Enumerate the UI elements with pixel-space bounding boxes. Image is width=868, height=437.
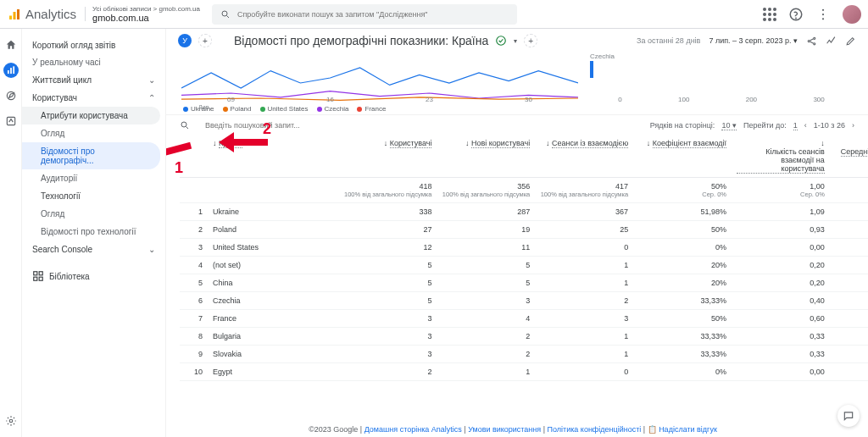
- data-table: ↓ Країна ▾↓ Користувачі↓ Нові користувач…: [166, 136, 868, 437]
- svg-point-15: [9, 419, 13, 423]
- page-title: Відомості про демографічні показники: Кр…: [234, 34, 488, 47]
- brand-label: Analytics: [25, 7, 86, 21]
- analytics-logo-icon: [7, 7, 22, 22]
- user-chip[interactable]: У: [178, 34, 192, 47]
- kebab-icon[interactable]: [815, 7, 831, 22]
- chevron-down-icon: ⌄: [148, 245, 155, 254]
- sidebar-item-user[interactable]: Користувач⌃: [22, 89, 165, 107]
- table-row[interactable]: 4(not set)55120%0,201 хв 02 с: [180, 257, 868, 274]
- svg-rect-17: [39, 272, 42, 275]
- table-row[interactable]: 2Poland27192550%0,932 хв 06 с: [180, 221, 868, 239]
- svg-point-7: [822, 8, 824, 10]
- next-page-button[interactable]: ›: [852, 121, 854, 130]
- insights-icon[interactable]: [826, 36, 837, 47]
- svg-rect-10: [7, 70, 8, 74]
- table-row[interactable]: 5China55120%0,200 хв 00 с: [180, 274, 868, 292]
- table-row[interactable]: 8Bulgaria32133,33%0,330 хв 10 с: [180, 328, 868, 346]
- search-icon: [180, 120, 190, 130]
- svg-point-23: [814, 42, 815, 44]
- svg-point-8: [822, 13, 824, 14]
- sidebar-item-demographics[interactable]: Відомості про демографіч...: [22, 142, 160, 169]
- apps-icon[interactable]: [763, 8, 776, 21]
- share-icon[interactable]: [806, 36, 817, 47]
- line-chart: 09162330 Лип.: [181, 53, 578, 103]
- add-comparison-button[interactable]: +: [198, 34, 212, 47]
- sidebar-item-lifecycle[interactable]: Життєвий цикл⌄: [22, 71, 165, 89]
- search-icon: [220, 9, 231, 19]
- goto-page-input[interactable]: 1: [793, 121, 798, 130]
- rail-reports-icon[interactable]: [3, 63, 19, 78]
- svg-rect-1: [14, 12, 16, 19]
- sidebar-item-tech-overview[interactable]: Огляд: [22, 205, 165, 223]
- sidebar-item-search-console[interactable]: Search Console⌄: [22, 241, 165, 258]
- table-row[interactable]: 1Ukraine33828736751,98%1,092 хв 04 с: [180, 203, 868, 221]
- sidebar-item-tech-details[interactable]: Відомості про технології: [22, 223, 165, 241]
- table-row[interactable]: 9Slovakia32133,33%0,331 хв 10 с: [180, 346, 868, 363]
- bar-chart: Czechia 0100200300: [590, 53, 853, 103]
- date-range-picker[interactable]: 7 лип. – 3 серп. 2023 р. ▾: [709, 36, 798, 45]
- customize-button[interactable]: +: [524, 34, 537, 47]
- annotation-2: 2: [263, 120, 271, 138]
- prev-page-button[interactable]: ‹: [804, 121, 807, 130]
- avatar[interactable]: [843, 5, 861, 24]
- help-icon[interactable]: [788, 7, 804, 22]
- svg-rect-11: [10, 68, 12, 74]
- chart-legend: UkrainePolandUnited StatesCzechiaFrance: [166, 103, 868, 114]
- rail-ads-icon[interactable]: [3, 113, 19, 129]
- chevron-up-icon: ⌃: [148, 93, 155, 102]
- svg-rect-18: [34, 277, 37, 280]
- sidebar-item-tech[interactable]: Технології: [22, 187, 160, 205]
- svg-point-22: [814, 37, 815, 39]
- dropdown-caret-icon[interactable]: ▾: [514, 37, 517, 45]
- sidebar-item-overview[interactable]: Огляд: [22, 124, 165, 142]
- feedback-chat-button[interactable]: [837, 405, 860, 427]
- sidebar-item-realtime[interactable]: У реальному часі: [22, 53, 165, 71]
- verified-icon: [495, 35, 507, 47]
- svg-rect-2: [17, 9, 19, 19]
- library-icon: [32, 270, 44, 282]
- footer-link-feedback[interactable]: Надіслати відгук: [659, 425, 717, 434]
- chevron-down-icon: ⌄: [148, 75, 155, 85]
- svg-rect-16: [34, 272, 37, 275]
- search-input[interactable]: [237, 10, 509, 19]
- reports-sidebar: Короткий огляд звітів У реальному часі Ж…: [22, 29, 166, 437]
- svg-line-4: [226, 15, 229, 18]
- account-switcher[interactable]: Усі облікові записи > gmob.com.ua gmob.c…: [92, 5, 200, 24]
- table-row[interactable]: 7France34350%0,600 хв 19 с: [180, 310, 868, 328]
- svg-rect-0: [9, 15, 12, 19]
- rail-explore-icon[interactable]: [3, 88, 19, 103]
- svg-line-25: [186, 127, 189, 130]
- svg-point-24: [181, 122, 186, 127]
- table-row[interactable]: 3United States121100%0,000 хв 03 с: [180, 239, 868, 257]
- svg-point-6: [796, 18, 797, 19]
- sidebar-item-library[interactable]: Бібліотека: [22, 265, 165, 287]
- svg-point-3: [222, 11, 227, 16]
- sidebar-item-audiences[interactable]: Аудиторії: [22, 169, 165, 187]
- svg-rect-19: [39, 277, 42, 280]
- sidebar-item-user-attributes[interactable]: Атрибути користувача: [22, 107, 160, 124]
- svg-point-21: [808, 40, 810, 41]
- rail-admin-icon[interactable]: [3, 413, 19, 429]
- footer-link-privacy[interactable]: Політика конфіденційності: [548, 425, 642, 434]
- edit-icon[interactable]: [845, 36, 856, 47]
- rail-home-icon[interactable]: [3, 37, 19, 53]
- footer-link-home[interactable]: Домашня сторінка Analytics: [364, 425, 462, 434]
- global-search[interactable]: [212, 4, 517, 25]
- table-row[interactable]: 6Czechia53233,33%0,400 хв 11 с: [180, 292, 868, 310]
- rows-per-page-select[interactable]: 10 ▾: [721, 121, 737, 130]
- footer: ©2023 Google | Домашня сторінка Analytic…: [166, 425, 860, 434]
- svg-point-9: [822, 18, 824, 19]
- footer-link-terms[interactable]: Умови використання: [468, 425, 541, 434]
- svg-rect-12: [13, 66, 14, 74]
- table-row[interactable]: 10Egypt2100%0,000 хв 35 с: [180, 363, 868, 381]
- svg-point-20: [497, 36, 506, 46]
- annotation-1: 1: [175, 159, 183, 177]
